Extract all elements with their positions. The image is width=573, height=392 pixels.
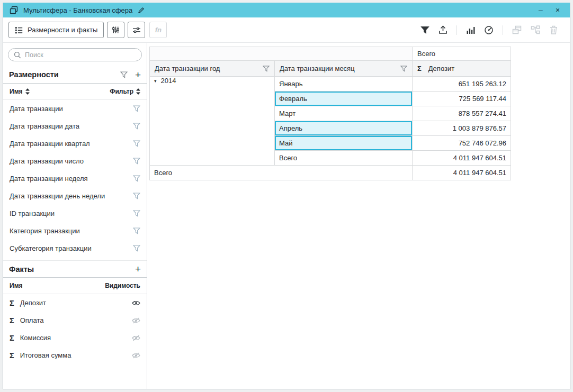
eye-off-icon xyxy=(132,317,140,324)
dimensions-title: Размерности xyxy=(9,70,59,79)
pivot-area: Всего Дата транзакции год Дата транзакци… xyxy=(147,43,570,389)
pivot-value-cell[interactable]: 651 195 263.12 xyxy=(413,77,511,92)
fact-row[interactable]: Σ Комиссия xyxy=(3,329,147,347)
copy-grid-icon[interactable] xyxy=(512,25,522,34)
dimension-row[interactable]: Дата транзакции день недели xyxy=(3,187,147,205)
fact-row[interactable]: Σ Итоговая сумма xyxy=(3,347,147,364)
name-column-label: Имя xyxy=(10,282,23,289)
name-column-label: Имя xyxy=(10,88,23,95)
pivot-value-cell[interactable]: 1 003 879 876.57 xyxy=(413,121,511,136)
grand-total-value[interactable]: 4 011 947 604.51 xyxy=(413,166,511,180)
row-filter-icon[interactable] xyxy=(133,105,140,112)
fact-row[interactable]: Σ Оплата xyxy=(3,312,147,329)
dimensions-facts-button[interactable]: Размерности и факты xyxy=(8,22,104,38)
sigma-icon: Σ xyxy=(10,351,14,360)
window-title: Мультисфера - Банковская сфера xyxy=(23,6,132,14)
horizontal-sliders-icon xyxy=(132,26,141,34)
year-label: 2014 xyxy=(161,77,176,85)
toolbar-right-icons xyxy=(420,25,565,35)
dimension-row[interactable]: Дата транзакции дата xyxy=(3,117,147,135)
facts-name-column: Имя xyxy=(10,282,23,289)
titlebar: Мультисфера - Банковская сфера – × xyxy=(3,3,570,17)
pivot-col-header-deposit[interactable]: Σ Депозит xyxy=(413,61,511,77)
dimension-row[interactable]: Дата транзакции xyxy=(3,100,147,117)
header-filter-icon[interactable] xyxy=(263,66,270,72)
dimension-row[interactable]: ID транзакции xyxy=(3,205,147,222)
search-box[interactable] xyxy=(8,48,142,61)
row-filter-icon[interactable] xyxy=(133,193,140,199)
pivot-value-cell[interactable]: 725 569 117.44 xyxy=(413,92,511,106)
fn-label: fn xyxy=(155,26,162,34)
pivot-month-cell[interactable]: Май xyxy=(275,136,413,151)
row-filter-icon[interactable] xyxy=(133,140,140,147)
dimension-label: Дата транзакции неделя xyxy=(10,175,88,183)
pivot-value-cell[interactable]: 752 746 072.96 xyxy=(413,136,511,151)
visibility-toggle[interactable] xyxy=(132,300,140,306)
fact-label: Комиссия xyxy=(20,334,51,342)
dimension-row[interactable]: Субкатегория транзакции xyxy=(3,240,147,257)
pivot-month-cell[interactable]: Январь xyxy=(275,77,413,92)
filter-icon[interactable] xyxy=(420,26,429,34)
pivot-month-cell[interactable]: Март xyxy=(275,106,413,121)
visibility-toggle[interactable] xyxy=(132,335,140,341)
search-input[interactable] xyxy=(25,51,136,59)
dimensions-section-header: Размерности + xyxy=(3,66,147,84)
sigma-icon: Σ xyxy=(417,65,422,72)
sort-icon xyxy=(25,88,30,95)
pivot-month-cell[interactable]: Февраль xyxy=(275,92,413,106)
dimension-label: Дата транзакции квартал xyxy=(10,140,90,148)
year-cell[interactable]: ▾2014 xyxy=(150,77,275,166)
gauge-icon[interactable] xyxy=(484,25,494,35)
sigma-icon: Σ xyxy=(10,299,14,307)
app-icon xyxy=(10,6,18,14)
fn-button[interactable]: fn xyxy=(149,22,167,38)
pivot-grand-total-row: Всего 4 011 947 604.51 xyxy=(150,166,511,180)
row-filter-icon[interactable] xyxy=(133,175,140,182)
dimension-row[interactable]: Дата транзакции число xyxy=(3,152,147,170)
minimize-button[interactable]: – xyxy=(535,6,547,14)
row-filter-icon[interactable] xyxy=(133,227,140,234)
header-filter-icon[interactable] xyxy=(400,66,407,72)
row-filter-icon[interactable] xyxy=(133,123,140,130)
dimension-label: Категория транзакции xyxy=(10,227,80,235)
pivot-value-cell[interactable]: 878 557 274.41 xyxy=(413,106,511,121)
dimension-row[interactable]: Дата транзакции квартал xyxy=(3,135,147,152)
vertical-sliders-button[interactable] xyxy=(107,22,124,38)
edit-title-icon[interactable] xyxy=(138,7,145,14)
pivot-month-cell[interactable]: Апрель xyxy=(275,121,413,136)
close-button[interactable]: × xyxy=(552,6,563,14)
dimension-label: Дата транзакции дата xyxy=(10,122,79,130)
dimension-label: Дата транзакции число xyxy=(10,157,84,165)
visibility-toggle[interactable] xyxy=(132,317,140,324)
visibility-toggle[interactable] xyxy=(132,352,140,359)
layout-tree-icon[interactable] xyxy=(531,25,540,34)
horizontal-sliders-button[interactable] xyxy=(128,22,145,38)
dimensions-filter-column[interactable]: Фильтр xyxy=(110,88,140,95)
pivot-month-cell[interactable]: Всего xyxy=(275,151,413,166)
add-dimension-button[interactable]: + xyxy=(135,70,141,80)
bar-chart-icon[interactable] xyxy=(466,26,475,34)
facts-section-header: Факты + xyxy=(3,260,147,278)
toolbar-separator xyxy=(456,25,457,35)
row-filter-icon[interactable] xyxy=(133,245,140,252)
dimension-row[interactable]: Дата транзакции неделя xyxy=(3,170,147,187)
fact-row[interactable]: Σ Депозит xyxy=(3,294,147,312)
pivot-row: ▾2014 Январь 651 195 263.12 xyxy=(150,77,511,92)
fact-label: Итоговая сумма xyxy=(20,351,71,359)
pivot-value-cell[interactable]: 4 011 947 604.51 xyxy=(413,151,511,166)
add-fact-button[interactable]: + xyxy=(135,264,141,274)
pivot-col-header-year[interactable]: Дата транзакции год xyxy=(150,61,275,77)
dimensions-name-column[interactable]: Имя xyxy=(10,88,30,95)
row-filter-icon[interactable] xyxy=(133,210,140,217)
sigma-icon: Σ xyxy=(10,334,14,342)
dimensions-filter-icon[interactable] xyxy=(120,71,128,78)
grand-total-label[interactable]: Всего xyxy=(150,166,413,180)
pivot-top-spacer xyxy=(150,47,413,61)
export-icon[interactable] xyxy=(438,25,447,34)
dimension-row[interactable]: Категория транзакции xyxy=(3,222,147,240)
delete-icon[interactable] xyxy=(549,25,558,35)
pivot-col-header-month[interactable]: Дата транзакции месяц xyxy=(275,61,413,77)
row-filter-icon[interactable] xyxy=(133,158,140,165)
col-header-label: Депозит xyxy=(428,65,454,72)
collapse-icon[interactable]: ▾ xyxy=(154,78,157,84)
